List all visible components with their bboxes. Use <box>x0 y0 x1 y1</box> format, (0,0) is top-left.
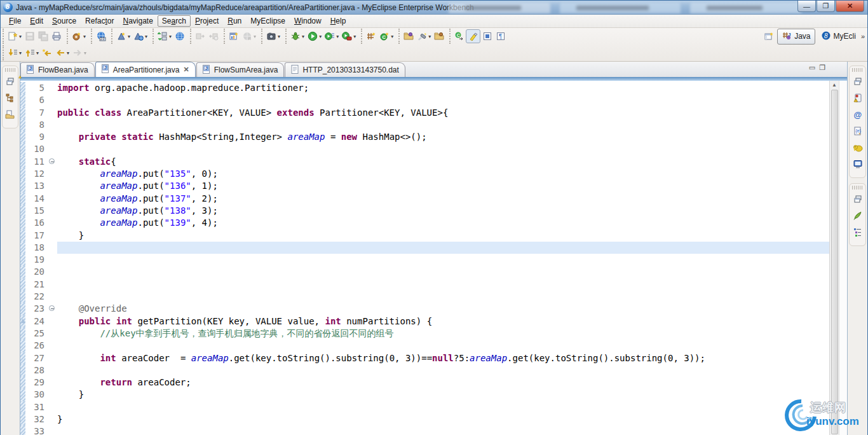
dropdown-arrow-icon[interactable]: ▾ <box>128 34 130 39</box>
menu-edit[interactable]: Edit <box>25 15 48 27</box>
close-button[interactable]: ✕ <box>836 1 864 12</box>
run-history-button[interactable]: ▾ <box>323 29 340 43</box>
code-line-25[interactable]: 25 //从key中拿到手机号，查询手机归属地字典，不同的省份返回不同的组号 <box>20 328 829 340</box>
run-button[interactable]: ▾ <box>306 29 323 43</box>
globe-button[interactable] <box>173 29 186 43</box>
code-line-24[interactable]: 24 public int getPartition(KEY key, VALU… <box>20 315 829 328</box>
code-text[interactable] <box>57 94 829 106</box>
code-text[interactable]: areaMap.put("139", 4); <box>57 217 829 229</box>
fold-column[interactable] <box>48 156 57 168</box>
code-line-13[interactable]: 13 areaMap.put("136", 1); <box>20 180 829 192</box>
new-class-button[interactable]: C▾ <box>377 29 395 43</box>
wizard-hat-button[interactable]: ▾ <box>114 29 132 43</box>
dropdown-arrow-icon[interactable]: ▾ <box>67 50 69 56</box>
line-number[interactable]: 20 <box>25 266 48 278</box>
code-text[interactable] <box>57 401 829 413</box>
code-text[interactable]: import org.apache.hadoop.mapreduce.Parti… <box>57 82 829 94</box>
fold-column[interactable] <box>48 107 57 119</box>
deploy-button[interactable] <box>193 29 207 43</box>
console-view-button[interactable] <box>850 157 865 174</box>
line-number[interactable]: 15 <box>25 205 48 217</box>
code-line-10[interactable]: 10 <box>20 143 829 155</box>
camera-button[interactable]: ▾ <box>264 29 281 43</box>
marker-bar[interactable] <box>20 193 25 205</box>
search-light-button[interactable]: ▾ <box>415 29 432 43</box>
fold-column[interactable] <box>48 266 57 278</box>
marker-bar[interactable] <box>20 401 25 413</box>
code-text[interactable]: public class AreaPartitioner<KEY, VALUE>… <box>57 107 829 119</box>
marker-bar[interactable] <box>20 107 25 119</box>
hadoop-view-button[interactable] <box>850 141 865 157</box>
profile-button[interactable]: ▾ <box>340 29 357 43</box>
hierarchy-view-button[interactable] <box>3 91 18 107</box>
fold-column[interactable] <box>48 94 57 106</box>
minimize-button[interactable]: — <box>797 1 816 12</box>
fold-column[interactable] <box>48 401 57 413</box>
code-line-16[interactable]: 16 areaMap.put("139", 4); <box>20 217 829 229</box>
drag-grip[interactable] <box>852 186 863 190</box>
marker-bar[interactable] <box>20 230 25 242</box>
code-line-11[interactable]: 11 static{ <box>20 156 829 168</box>
marker-bar[interactable] <box>20 266 25 278</box>
fold-column[interactable] <box>48 279 57 291</box>
code-text[interactable] <box>57 279 829 291</box>
quill-view-button[interactable] <box>850 209 865 225</box>
code-text[interactable] <box>57 425 829 435</box>
marker-bar[interactable] <box>20 352 25 364</box>
code-text[interactable]: int areaCoder = areaMap.get(key.toString… <box>57 352 829 364</box>
javadoc-view-button[interactable]: @ <box>850 107 865 124</box>
restore-view-button[interactable] <box>3 74 18 91</box>
fold-column[interactable] <box>48 131 57 143</box>
line-number[interactable]: 10 <box>25 143 48 155</box>
line-number[interactable]: 27 <box>25 352 48 364</box>
fold-column[interactable] <box>48 376 57 389</box>
line-number[interactable]: 24 <box>25 315 48 328</box>
line-number[interactable]: 18 <box>25 242 48 254</box>
title-bar[interactable]: Java - myMapReduce/src/main/java/zhouls/… <box>1 1 867 15</box>
fold-column[interactable] <box>48 303 57 315</box>
declaration-view-button[interactable]: {e} <box>850 124 865 141</box>
marker-bar[interactable] <box>20 303 25 315</box>
line-number[interactable]: 28 <box>25 364 48 376</box>
menu-help[interactable]: Help <box>326 15 351 27</box>
line-number[interactable]: 31 <box>25 401 48 413</box>
code-line-28[interactable]: 28 <box>20 364 829 376</box>
code-line-20[interactable]: 20 <box>20 266 829 278</box>
fold-column[interactable] <box>48 143 57 155</box>
last-edit-button[interactable] <box>40 46 53 60</box>
undeploy-button[interactable] <box>207 29 220 43</box>
code-text[interactable]: areaMap.put("135", 0); <box>57 168 829 180</box>
code-text[interactable]: } <box>57 389 829 401</box>
code-line-12[interactable]: 12 areaMap.put("135", 0); <box>20 168 829 180</box>
code-text[interactable]: return areaCoder; <box>57 376 829 389</box>
line-number[interactable]: 21 <box>25 279 48 291</box>
highlighter-button[interactable] <box>466 29 480 43</box>
code-editor[interactable]: 5import org.apache.hadoop.mapreduce.Part… <box>20 81 829 435</box>
line-number[interactable]: 25 <box>25 328 48 340</box>
pilcrow-button[interactable]: ¶ <box>494 29 507 43</box>
code-line-22[interactable]: 22 <box>20 291 829 303</box>
marker-bar[interactable] <box>20 168 25 180</box>
marker-bar[interactable] <box>20 315 25 328</box>
line-number[interactable]: 11 <box>25 156 48 168</box>
fold-column[interactable] <box>48 340 57 352</box>
editor-tab-FlowBean.java[interactable]: JFlowBean.java <box>20 62 95 77</box>
marker-bar[interactable] <box>20 143 25 155</box>
code-text[interactable] <box>57 291 829 303</box>
marker-bar[interactable] <box>20 413 25 425</box>
code-line-14[interactable]: 14 areaMap.put("137", 2); <box>20 193 829 205</box>
line-number[interactable]: 19 <box>25 254 48 266</box>
fold-column[interactable] <box>48 328 57 340</box>
menu-project[interactable]: Project <box>191 15 223 27</box>
code-text[interactable]: areaMap.put("138", 3); <box>57 205 829 217</box>
menu-file[interactable]: File <box>4 15 25 27</box>
marker-bar[interactable] <box>20 242 25 254</box>
menu-navigate[interactable]: Navigate <box>118 15 157 27</box>
drag-grip[interactable] <box>5 68 15 72</box>
drag-grip[interactable] <box>852 68 863 72</box>
code-line-27[interactable]: 27 int areaCoder = areaMap.get(key.toStr… <box>20 352 829 364</box>
line-number[interactable]: 6 <box>25 94 48 106</box>
block-select-button[interactable] <box>480 29 494 43</box>
fold-column[interactable] <box>48 352 57 364</box>
dropdown-arrow-icon[interactable]: ▾ <box>353 34 356 39</box>
